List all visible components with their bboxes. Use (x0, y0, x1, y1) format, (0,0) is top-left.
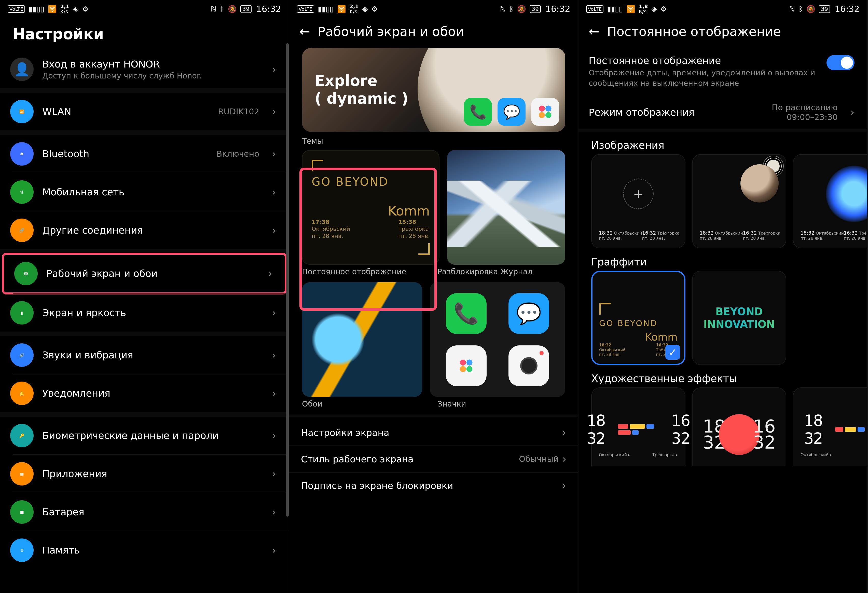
scroll-indicator[interactable] (286, 43, 289, 516)
clock: 16:32 (545, 4, 570, 14)
storage-icon: ≣ (10, 538, 34, 562)
art-blocks-thumb[interactable]: 1832 1632 Октябрьский ▸ Трёхгорка ▸ (591, 387, 685, 466)
back-button[interactable]: ← (300, 24, 310, 39)
chevron-right-icon: › (272, 186, 276, 198)
settings-item-storage[interactable]: ≣Память› (0, 531, 289, 569)
moon-graphic (740, 164, 779, 203)
display-mode-value: По расписанию (772, 103, 838, 112)
battery-percent: 39 (242, 6, 249, 12)
clock: 16:32 (835, 4, 860, 14)
clock: 16:32 (256, 4, 281, 14)
chevron-right-icon: › (562, 427, 566, 438)
art-redcircle-thumb[interactable]: 1832 1632 (692, 387, 786, 466)
section-art: Художественные эффекты (579, 365, 867, 387)
chevron-right-icon: › (272, 307, 276, 319)
themes-hero[interactable]: Explore ( dynamic ) 📞 💬 (302, 48, 565, 132)
settings-item-label: Память (42, 544, 263, 556)
settings-item-biometrics[interactable]: 🔑Биометрические данные и пароли› (0, 417, 289, 454)
display-mode-schedule: 09:00–23:30 (772, 112, 838, 122)
section-images: Изображения (579, 132, 867, 154)
settings-item-mobile-data[interactable]: ⇅Мобильная сеть› (0, 173, 289, 211)
wallpapers-caption: Обои (302, 399, 430, 408)
graffiti-beyond-innovation-thumb[interactable]: BEYONDINNOVATION (692, 271, 786, 365)
settings-item-wallpaper[interactable]: 🖼Рабочий экран и обои› (4, 255, 285, 293)
home-and-wallpaper-screen: VoLTE ▮▮▯▯ 🛜 2,1K/s ◈ ⚙ ℕ ᛒ 🔕 39 16:32 ←… (289, 0, 579, 593)
network-speed: 2,1K/s (61, 4, 69, 14)
person-icon: 👤 (10, 58, 34, 81)
gear-icon: ⚙ (82, 5, 89, 13)
settings-item-label: Bluetooth (42, 148, 208, 160)
settings-item-label: Батарея (42, 506, 263, 518)
page-title: Постоянное отображение (607, 24, 781, 39)
aod-toggle[interactable] (827, 55, 855, 70)
chevron-right-icon: › (850, 106, 855, 118)
bluetooth-icon: ✱ (10, 142, 34, 166)
cube-icon: ◈ (362, 5, 368, 13)
back-button[interactable]: ← (589, 24, 599, 39)
settings-item-battery[interactable]: ■Батарея› (0, 493, 289, 531)
gear-icon: ⚙ (660, 5, 667, 13)
chevron-right-icon: › (562, 480, 566, 491)
network-speed: 1,8K/s (639, 4, 648, 14)
gear-icon: ⚙ (371, 5, 378, 13)
moon-image-thumb[interactable]: 18:32 Октябрьскийпт, 28 янв. 16:32 Трёхг… (692, 154, 786, 248)
settings-item-link[interactable]: 🔗Другие соединения› (0, 211, 289, 249)
settings-item-value: RUDIK102 (218, 107, 259, 117)
settings-item-value: Включено (216, 149, 259, 159)
tutorial-highlight: 🖼Рабочий экран и обои› (2, 253, 287, 294)
link-icon: 🔗 (10, 219, 34, 242)
wallpapers-card[interactable] (302, 282, 422, 397)
aod-card[interactable]: GO BEYOND Komm 17:38 Октябрьский пт, 28 … (302, 150, 440, 265)
display-mode-row[interactable]: Режим отображения По расписанию 09:00–23… (579, 96, 867, 129)
settings-item-label: Биометрические данные и пароли (42, 430, 263, 441)
chevron-right-icon: › (272, 506, 276, 518)
aod-caption: Постоянное отображение (302, 267, 430, 276)
wifi-icon: 📶 (10, 100, 34, 123)
wifi-icon: 🛜 (48, 5, 57, 13)
settings-item-sound[interactable]: 🔊Звуки и вибрация› (0, 336, 289, 374)
lock-screen-signature-row[interactable]: Подпись на экране блокировки › (289, 472, 578, 498)
add-image-thumb[interactable]: ＋ 18:32 Октябрьскийпт, 28 янв. 16:32 Трё… (591, 154, 685, 248)
abstract-image-thumb[interactable]: 18:32 Октябрьскийпт, 28 янв. 16:32 Трёхг… (793, 154, 867, 248)
settings-item-notifications[interactable]: 🔔Уведомления› (0, 374, 289, 412)
images-carousel[interactable]: ＋ 18:32 Октябрьскийпт, 28 янв. 16:32 Трё… (579, 154, 867, 248)
art-carousel[interactable]: 1832 1632 Октябрьский ▸ Трёхгорка ▸ (579, 387, 867, 466)
check-icon: ✓ (665, 345, 680, 360)
mobile-data-icon: ⇅ (10, 180, 34, 204)
art-extra-thumb[interactable]: 1832 Октябрьский ▸ (793, 387, 867, 466)
graffiti-carousel[interactable]: GO BEYOND Komm 18:32 Октябрьскийпт, 28 я… (579, 271, 867, 365)
biometrics-icon: 🔑 (10, 424, 34, 447)
messages-app-icon: 💬 (497, 98, 526, 126)
hero-line-2: ( dynamic ) (315, 90, 408, 108)
phone-app-icon: 📞 (446, 293, 487, 334)
graffiti-go-beyond-thumb[interactable]: GO BEYOND Komm 18:32 Октябрьскийпт, 28 я… (591, 271, 685, 365)
page-title: Настройки (0, 18, 289, 50)
cube-icon: ◈ (651, 5, 657, 13)
account-row[interactable]: 👤 Вход в аккаунт HONOR Доступ к большему… (0, 50, 289, 88)
chevron-right-icon: › (272, 106, 276, 117)
settings-item-wifi[interactable]: 📶WLANRUDIK102› (0, 93, 289, 130)
icons-caption: Значки (437, 399, 565, 408)
chevron-right-icon: › (272, 349, 276, 361)
volte-badge: VoLTE (297, 5, 314, 13)
chevron-right-icon: › (272, 430, 276, 441)
battery-percent: 39 (821, 6, 828, 12)
home-screen-settings-row[interactable]: Настройки экрана › (289, 420, 578, 445)
hero-line-1: Explore (315, 72, 408, 90)
mute-icon: 🔕 (517, 5, 526, 13)
magazine-caption: Разблокировка Журнал (437, 267, 565, 276)
icons-card[interactable]: 📞 💬 (430, 282, 565, 397)
settings-screen: VoLTE ▮▮▯▯ 🛜 2,1K/s ◈ ⚙ ℕ ᛒ 🔕 39 16:32 Н… (0, 0, 289, 593)
aod-toggle-row[interactable]: Постоянное отображение Отображение даты,… (579, 48, 867, 96)
settings-item-bluetooth[interactable]: ✱BluetoothВключено› (0, 135, 289, 173)
settings-item-apps[interactable]: ▦Приложения› (0, 455, 289, 492)
settings-item-label: Рабочий экран и обои (46, 268, 259, 279)
camera-app-icon (508, 345, 549, 386)
appstore-app-icon (531, 98, 559, 126)
magazine-unlock-card[interactable] (447, 150, 565, 265)
home-screen-style-row[interactable]: Стиль рабочего экрана Обычный › (289, 445, 578, 472)
settings-item-label: Другие соединения (42, 225, 263, 236)
settings-item-display[interactable]: ▮Экран и яркость› (0, 294, 289, 332)
gb-title: GO BEYOND (311, 175, 430, 188)
home-screen-menu: Настройки экрана › Стиль рабочего экрана… (289, 420, 578, 498)
